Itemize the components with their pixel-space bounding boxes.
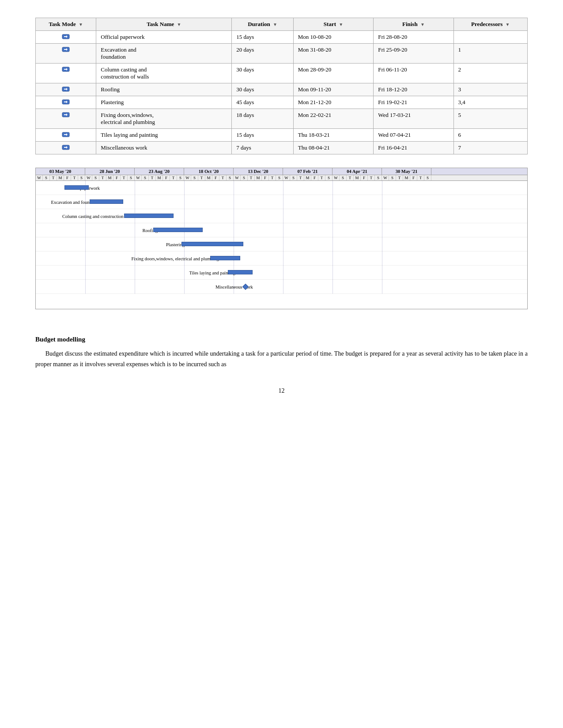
gantt-vertical-line: [234, 195, 234, 209]
gantt-task-row: Plastering: [36, 237, 527, 251]
task-name-cell: Fixing doors,windows,electrical and plum…: [96, 109, 232, 129]
gantt-day-cell: T: [417, 175, 424, 180]
col-header-finish[interactable]: Finish ▼: [374, 18, 453, 31]
gantt-vertical-line: [382, 195, 382, 209]
gantt-vertical-line: [382, 237, 382, 251]
gantt-month-label: 23 Aug '20: [135, 168, 184, 175]
gantt-vertical-line: [135, 266, 135, 279]
task-predecessors-cell: 3,4: [453, 96, 527, 109]
gantt-vertical-line: [283, 266, 283, 279]
task-name-cell: Plastering: [96, 96, 232, 109]
task-name-cell: Official paperwork: [96, 31, 232, 44]
table-row: Miscellaneous work7 daysThu 08-04-21Fri …: [36, 142, 528, 154]
task-finish-cell: Fri 18-12-20: [374, 83, 453, 96]
sort-arrow-taskmode[interactable]: ▼: [79, 22, 83, 27]
gantt-vertical-line: [85, 237, 86, 251]
task-mode-icon: [62, 66, 70, 72]
gantt-day-cell: T: [121, 175, 128, 180]
task-name-cell: Roofing: [96, 83, 232, 96]
task-predecessors-cell: 1: [453, 44, 527, 64]
task-duration-cell: 30 days: [232, 64, 294, 83]
gantt-task-row: Column casting and construction of walls: [36, 209, 527, 223]
gantt-vertical-line: [234, 209, 234, 223]
gantt-vertical-line: [283, 251, 283, 265]
gantt-vertical-line: [135, 280, 135, 293]
gantt-day-cell: F: [410, 175, 417, 180]
gantt-vertical-line: [333, 266, 333, 279]
gantt-month-label: 18 Oct '20: [184, 168, 234, 175]
gantt-vertical-line: [85, 280, 86, 293]
gantt-vertical-line: [382, 223, 382, 237]
gantt-vertical-line: [135, 181, 135, 195]
gantt-vertical-line: [333, 181, 333, 195]
gantt-day-cell: M: [205, 175, 212, 180]
col-header-start[interactable]: Start ▼: [293, 18, 373, 31]
task-start-cell: Thu 08-04-21: [293, 142, 373, 154]
gantt-day-cell: F: [113, 175, 121, 180]
col-header-task-name[interactable]: Task Name ▼: [96, 18, 232, 31]
task-predecessors-cell: 3: [453, 83, 527, 96]
gantt-day-cell: W: [85, 175, 92, 180]
gantt-day-cell: W: [382, 175, 389, 180]
sort-arrow-finish[interactable]: ▼: [420, 22, 425, 27]
task-duration-cell: 15 days: [232, 31, 294, 44]
col-header-task-mode[interactable]: Task Mode ▼: [36, 18, 96, 31]
col-header-duration[interactable]: Duration ▼: [232, 18, 294, 31]
gantt-day-cell: S: [177, 175, 184, 180]
sort-arrow-predecessors[interactable]: ▼: [506, 22, 510, 27]
gantt-day-cell: F: [64, 175, 71, 180]
gantt-day-cell: W: [36, 175, 43, 180]
gantt-day-cell: S: [290, 175, 297, 180]
table-row: Plastering45 daysMon 21-12-20Fri 19-02-2…: [36, 96, 528, 109]
table-row: Fixing doors,windows,electrical and plum…: [36, 109, 528, 129]
gantt-day-cell: T: [99, 175, 106, 180]
task-start-cell: Thu 18-03-21: [293, 129, 373, 142]
task-mode-cell: [36, 44, 96, 64]
gantt-day-cell: M: [354, 175, 361, 180]
task-start-cell: Mon 21-12-20: [293, 96, 373, 109]
gantt-day-cell: T: [149, 175, 156, 180]
gantt-vertical-line: [283, 209, 283, 223]
task-start-cell: Mon 10-08-20: [293, 31, 373, 44]
gantt-day-cell: T: [219, 175, 227, 180]
table-row: Official paperwork15 daysMon 10-08-20Fri…: [36, 31, 528, 44]
task-finish-cell: Wed 17-03-21: [374, 109, 453, 129]
sort-arrow-start[interactable]: ▼: [339, 22, 343, 27]
gantt-vertical-line: [184, 181, 185, 195]
page-number: 12: [35, 387, 528, 394]
gantt-day-cell: S: [424, 175, 431, 180]
gantt-bar: [64, 185, 89, 190]
gantt-day-cell: S: [375, 175, 382, 180]
gantt-day-cell: F: [311, 175, 318, 180]
gantt-task-row: Fixing doors,windows, electrical and plu…: [36, 251, 527, 266]
gantt-day-cell: M: [304, 175, 311, 180]
gantt-vertical-line: [333, 209, 333, 223]
task-duration-cell: 15 days: [232, 129, 294, 142]
gantt-day-cell: F: [212, 175, 219, 180]
task-mode-cell: [36, 142, 96, 154]
gantt-month-label: 28 Jun '20: [85, 168, 135, 175]
gantt-day-cell: F: [163, 175, 170, 180]
task-mode-cell: [36, 109, 96, 129]
gantt-day-cell: S: [92, 175, 99, 180]
task-predecessors-cell: 7: [453, 142, 527, 154]
col-header-predecessors[interactable]: Predecessors ▼: [453, 18, 527, 31]
gantt-vertical-line: [85, 266, 86, 279]
gantt-day-cell: S: [389, 175, 396, 180]
gantt-day-cell: T: [248, 175, 255, 180]
task-finish-cell: Fri 06-11-20: [374, 64, 453, 83]
gantt-vertical-line: [184, 195, 185, 209]
task-duration-cell: 45 days: [232, 96, 294, 109]
sort-arrow-duration[interactable]: ▼: [273, 22, 277, 27]
gantt-vertical-line: [382, 280, 382, 293]
task-mode-cell: [36, 83, 96, 96]
table-row: Roofing30 daysMon 09-11-20Fri 18-12-203: [36, 83, 528, 96]
task-name-cell: Miscellaneous work: [96, 142, 232, 154]
task-finish-cell: Fri 16-04-21: [374, 142, 453, 154]
gantt-day-cell: M: [255, 175, 262, 180]
sort-arrow-taskname[interactable]: ▼: [177, 22, 181, 27]
task-name-cell: Excavation andfoundation: [96, 44, 232, 64]
gantt-vertical-line: [135, 237, 135, 251]
table-row: Tiles laying and painting15 daysThu 18-0…: [36, 129, 528, 142]
gantt-day-cell: F: [361, 175, 368, 180]
